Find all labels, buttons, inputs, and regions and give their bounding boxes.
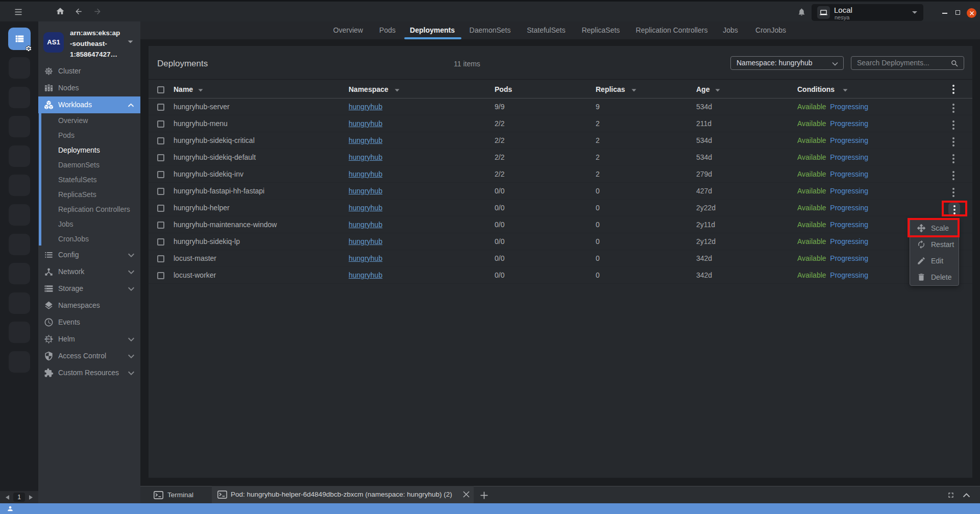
svg-text:HELM: HELM [45, 338, 53, 340]
